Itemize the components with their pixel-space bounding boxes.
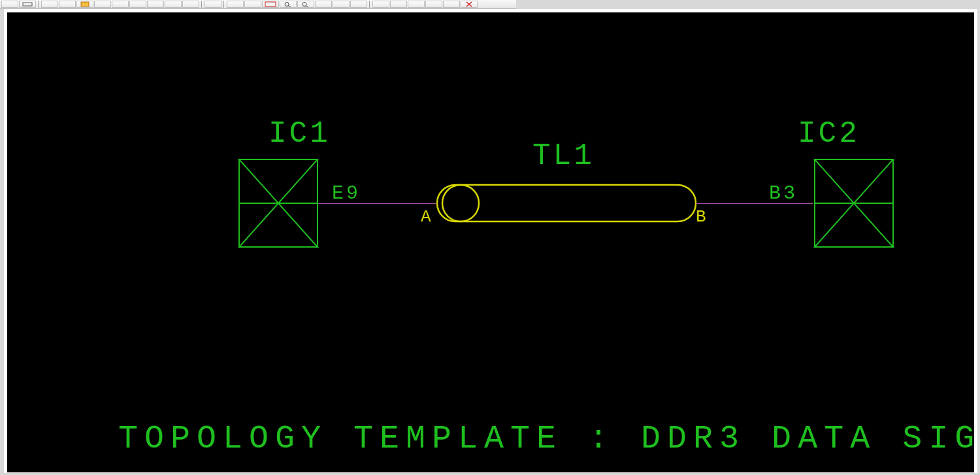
toolbar-button[interactable]: [94, 1, 111, 8]
toolbar-button[interactable]: [425, 1, 442, 8]
toolbar-button[interactable]: [443, 1, 460, 8]
toolbar: [0, 0, 516, 9]
tl1-ref-label: TL1: [532, 139, 595, 173]
toolbar-button[interactable]: [262, 1, 279, 8]
toolbar-button[interactable]: [41, 1, 58, 8]
ic1-pin-label: E9: [332, 182, 361, 205]
svg-point-13: [442, 185, 479, 221]
toolbar-button-zoom-in[interactable]: [280, 1, 297, 8]
svg-rect-1: [81, 2, 89, 7]
toolbar-button[interactable]: [350, 1, 367, 8]
ic2-symbol[interactable]: [813, 157, 898, 252]
tl1-portb-label: B: [696, 207, 709, 227]
toolbar-button[interactable]: [315, 1, 332, 8]
tl1-symbol[interactable]: [436, 184, 697, 226]
toolbar-button[interactable]: [204, 1, 221, 8]
svg-rect-0: [23, 3, 32, 6]
toolbar-button[interactable]: [147, 1, 164, 8]
toolbar-button-zoom-out[interactable]: [297, 1, 314, 8]
ic2-ref-label: IC2: [798, 117, 860, 151]
toolbar-button[interactable]: [112, 1, 129, 8]
toolbar-button[interactable]: [19, 1, 36, 8]
toolbar-separator: [201, 1, 203, 8]
toolbar-separator: [38, 1, 40, 8]
toolbar-button[interactable]: [129, 1, 146, 8]
ic2-pin-label: B3: [769, 182, 798, 205]
toolbar-button-close[interactable]: [461, 1, 478, 8]
toolbar-button[interactable]: [372, 1, 389, 8]
canvas-frame: IC1 E9 TL1 A B: [4, 9, 977, 473]
toolbar-button[interactable]: [59, 1, 76, 8]
toolbar-button[interactable]: [1, 1, 18, 8]
ic1-ref-label: IC1: [269, 117, 331, 151]
toolbar-button[interactable]: [76, 1, 93, 8]
toolbar-button[interactable]: [182, 1, 199, 8]
toolbar-button[interactable]: [227, 1, 244, 8]
wire-ic1-to-tl1: [318, 203, 436, 204]
svg-line-4: [288, 6, 291, 8]
tl1-porta-label: A: [421, 207, 434, 227]
toolbar-button[interactable]: [333, 1, 350, 8]
ic1-symbol[interactable]: [237, 157, 322, 252]
svg-rect-2: [265, 2, 276, 7]
schematic-canvas[interactable]: IC1 E9 TL1 A B: [7, 12, 974, 472]
toolbar-separator: [369, 1, 371, 8]
toolbar-button[interactable]: [244, 1, 261, 8]
toolbar-button[interactable]: [408, 1, 425, 8]
toolbar-button[interactable]: [165, 1, 182, 8]
toolbar-separator: [223, 1, 225, 8]
topology-title: TOPOLOGY TEMPLATE : DDR3 DATA SIGNALS: [118, 420, 980, 457]
toolbar-button[interactable]: [390, 1, 407, 8]
svg-line-6: [306, 6, 308, 8]
